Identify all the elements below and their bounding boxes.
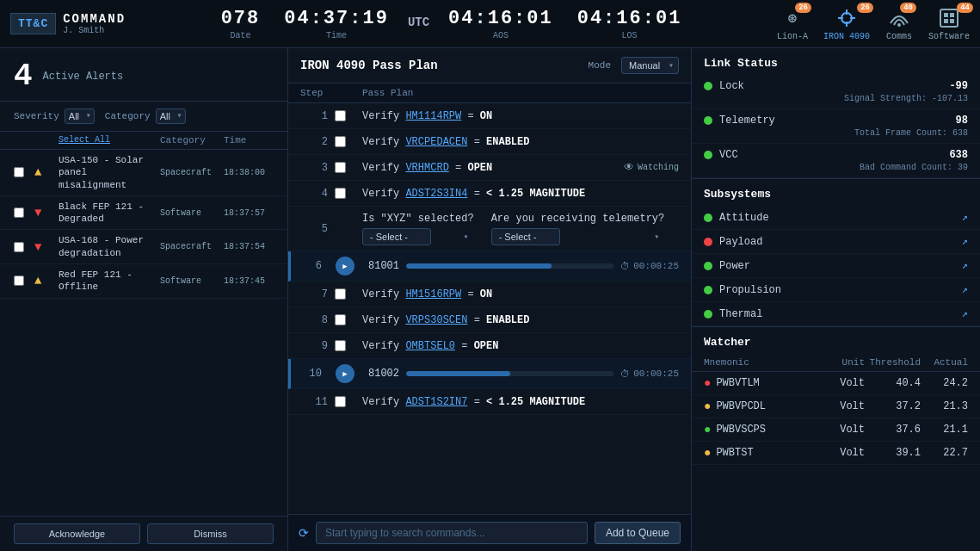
thermal-name: Thermal xyxy=(719,308,955,320)
watcher-col-mnem: Mnemonic xyxy=(704,357,822,368)
alert-time-1: 18:38:00 xyxy=(224,168,274,177)
date-block: 078 Date xyxy=(211,8,271,40)
dismiss-button[interactable]: Dismiss xyxy=(147,523,274,544)
audio-duration-10: 00:00:25 xyxy=(633,368,679,379)
vcc-sub: Bad Command Count: 39 xyxy=(704,163,968,172)
acknowledge-button[interactable]: Acknowledge xyxy=(14,523,140,544)
audio-bar-10[interactable] xyxy=(406,371,613,376)
cmd-link-9[interactable]: OMBTSEL0 xyxy=(405,340,455,352)
severity-select[interactable]: All xyxy=(65,108,95,124)
subsys-row-payload[interactable]: Payload ↗ xyxy=(692,230,980,254)
nav-item-software[interactable]: 44 Software xyxy=(928,6,970,41)
step-check-4[interactable] xyxy=(335,188,346,199)
alert-message-2: Black FEP 121 - Degraded xyxy=(59,201,157,226)
add-to-queue-button[interactable]: Add to Queue xyxy=(595,522,681,544)
cmd-link-3[interactable]: VRHMCRD xyxy=(405,162,448,174)
subsys-row-propulsion[interactable]: Propulsion ↗ xyxy=(692,278,980,302)
alert-checkbox-3[interactable] xyxy=(14,242,24,252)
step-num-3: 3 xyxy=(300,162,335,174)
svg-rect-8 xyxy=(950,13,954,17)
subsys-row-attitude[interactable]: Attitude ↗ xyxy=(692,206,980,230)
subsys-row-thermal[interactable]: Thermal ↗ xyxy=(692,302,980,326)
watcher-actual-4: 22.7 xyxy=(921,447,968,459)
step-instr-3: Verify VRHMCRD = OPEN xyxy=(355,162,610,174)
question-select-1[interactable]: - Select - Yes No xyxy=(362,228,431,245)
nav-item-lion-a[interactable]: ⊛ 26 Lion-A xyxy=(777,6,808,41)
alerts-panel: 4 Active Alerts Severity All Category Al… xyxy=(0,48,288,551)
watcher-threshold-3: 37.6 xyxy=(865,424,921,436)
cmd-link-8[interactable]: VRPS30SCEN xyxy=(405,314,467,326)
alert-row[interactable]: ▲ USA-150 - Solar panel misalignment Spa… xyxy=(0,150,287,196)
pp-step-4: 4 Verify ADST2S3IN4 = < 1.25 MAGNITUDE xyxy=(288,181,691,207)
telemetry-status-dot xyxy=(704,116,712,125)
pp-step-2: 2 Verify VRCPEDACEN = ENABLED xyxy=(288,129,691,155)
pp-step-9: 9 Verify OMBTSEL0 = OPEN xyxy=(288,333,691,359)
step-check-3[interactable] xyxy=(335,162,346,173)
cmd-link-1[interactable]: HM1114RPW xyxy=(405,110,461,122)
severity-indicator-1: ▲ xyxy=(34,165,55,179)
mode-select[interactable]: Manual Auto xyxy=(621,57,679,74)
step-instr-8: Verify VRPS30SCEN = ENABLED xyxy=(355,314,610,326)
severity-indicator-3: ▼ xyxy=(34,240,55,254)
nav-item-iron-4090[interactable]: 26 IRON 4090 xyxy=(823,6,870,41)
pass-plan-title: IRON 4090 Pass Plan xyxy=(300,59,578,72)
cmd-link-4[interactable]: ADST2S3IN4 xyxy=(405,188,467,200)
step-instr-9: Verify OMBTSEL0 = OPEN xyxy=(355,340,610,352)
severity-indicator-2: ▼ xyxy=(34,206,55,220)
subsys-row-power[interactable]: Power ↗ xyxy=(692,254,980,278)
step-check-9[interactable] xyxy=(335,340,346,351)
question-select-2[interactable]: - Select - Yes No xyxy=(491,228,560,245)
cmd-link-11[interactable]: ADST1S2IN7 xyxy=(405,396,467,408)
alert-checkbox-4[interactable] xyxy=(14,276,24,286)
audio-bar-6[interactable] xyxy=(406,263,613,269)
q-select-wrap-1: - Select - Yes No xyxy=(362,228,474,245)
step-check-2[interactable] xyxy=(335,136,346,147)
select-all-button[interactable]: Select All xyxy=(59,135,157,145)
clock-icon-10: ⏱ xyxy=(620,368,630,380)
pp-step-7: 7 Verify HM1516RPW = ON xyxy=(288,282,691,307)
time-block: 04:37:19 Time xyxy=(274,8,399,40)
logo-title-area: COMMAND J. Smith xyxy=(63,12,126,35)
alert-checkbox-1[interactable] xyxy=(14,167,24,177)
alert-category-3: Spacecraft xyxy=(160,242,220,251)
col-category-header: Category xyxy=(160,135,220,145)
cmd-link-2[interactable]: VRCPEDACEN xyxy=(405,136,467,148)
link-row-main-vcc: VCC 638 xyxy=(704,149,968,161)
watcher-actual-1: 24.2 xyxy=(921,377,968,389)
step-num-8: 8 xyxy=(300,314,335,326)
watcher-title: Watcher xyxy=(692,327,980,354)
audio-id-6: 81001 xyxy=(361,260,399,272)
command-search-input[interactable] xyxy=(316,522,588,544)
date-label: Date xyxy=(221,31,261,40)
category-select-wrapper: All xyxy=(156,108,186,124)
telemetry-sub: Total Frame Count: 638 xyxy=(704,128,968,138)
category-select[interactable]: All xyxy=(156,108,186,124)
vcc-value: 638 xyxy=(949,149,968,161)
play-button-10[interactable]: ▶ xyxy=(336,364,354,383)
alerts-filters: Severity All Category All xyxy=(0,102,287,132)
propulsion-dot xyxy=(704,286,712,294)
payload-name: Payload xyxy=(719,236,955,248)
watcher-mnem-4: ● PWBTST xyxy=(704,446,822,460)
cmd-link-7[interactable]: HM1516RPW xyxy=(405,288,461,300)
step-check-8[interactable] xyxy=(335,314,346,325)
alert-row[interactable]: ▼ Black FEP 121 - Degraded Software 18:3… xyxy=(0,196,287,231)
play-button-6[interactable]: ▶ xyxy=(336,257,354,276)
step-check-1[interactable] xyxy=(335,110,346,121)
watcher-col-unit: Unit xyxy=(822,357,865,368)
alert-checkbox-2[interactable] xyxy=(14,207,24,218)
right-panel: Link Status Lock -99 Signal Strength: -1… xyxy=(692,48,980,551)
alert-row[interactable]: ▲ Red FEP 121 - Offline Software 18:37:4… xyxy=(0,264,287,299)
step-check-11[interactable] xyxy=(335,396,346,407)
pp-step-5: 5 Is "XYZ" selected? - Select - Yes No xyxy=(288,207,691,251)
pp-step-6: 6 ▶ 81001 ⏱ 00:00:25 xyxy=(288,251,691,282)
svg-rect-10 xyxy=(950,19,954,23)
step-check-7[interactable] xyxy=(335,288,346,300)
step-num-4: 4 xyxy=(300,188,335,200)
external-link-icon-thermal: ↗ xyxy=(962,307,968,320)
mode-label: Mode xyxy=(589,60,611,71)
nav-item-comms[interactable]: 40 Comms xyxy=(885,6,913,41)
alert-row[interactable]: ▼ USA-168 - Power degradation Spacecraft… xyxy=(0,230,287,264)
watching-badge: 👁 Watching xyxy=(624,161,679,174)
watcher-unit-2: Volt xyxy=(822,400,865,412)
